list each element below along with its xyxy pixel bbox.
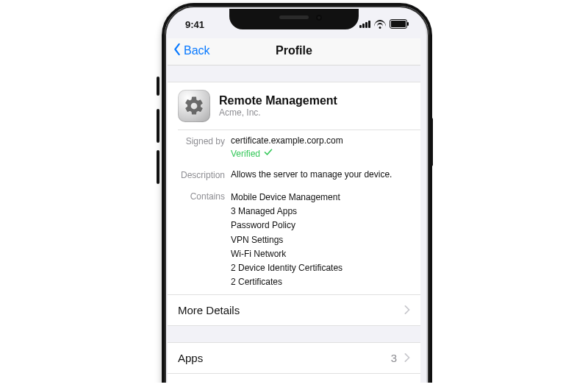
contains-list: Mobile Device Management 3 Managed Apps … bbox=[231, 191, 410, 289]
contains-item: Wi-Fi Network bbox=[231, 247, 410, 261]
signed-by-label: Signed by bbox=[168, 135, 231, 159]
apps-row[interactable]: Apps 3 bbox=[168, 342, 420, 374]
contains-label: Contains bbox=[168, 191, 231, 289]
status-time: 9:41 bbox=[185, 19, 204, 30]
description-row: Description Allows the server to manage … bbox=[168, 164, 420, 185]
verified-label: Verified bbox=[231, 149, 260, 159]
contains-item: Password Policy bbox=[231, 219, 410, 233]
contains-item: Mobile Device Management bbox=[231, 191, 410, 205]
status-bar: 9:41 bbox=[168, 9, 420, 38]
nav-title: Profile bbox=[168, 44, 420, 57]
profile-card: Remote Management Acme, Inc. Signed by c… bbox=[168, 82, 420, 295]
description-label: Description bbox=[168, 169, 231, 180]
profile-title: Remote Management bbox=[219, 94, 337, 107]
signed-by-row: Signed by certificate.example.corp.com V… bbox=[168, 130, 420, 164]
apps-label: Apps bbox=[178, 352, 203, 364]
checkmark-icon bbox=[264, 148, 273, 159]
signed-by-value: certificate.example.corp.com bbox=[231, 135, 410, 146]
verified-badge: Verified bbox=[231, 148, 410, 159]
contains-item: 2 Certificates bbox=[231, 275, 410, 289]
contains-item: 2 Device Identity Certificates bbox=[231, 261, 410, 275]
cellular-icon bbox=[359, 21, 370, 28]
more-details-label: More Details bbox=[178, 304, 240, 316]
chevron-right-icon bbox=[404, 352, 410, 364]
chevron-right-icon bbox=[404, 304, 410, 316]
apps-count: 3 bbox=[391, 352, 397, 364]
wifi-icon bbox=[374, 20, 386, 29]
contains-row: Contains Mobile Device Management 3 Mana… bbox=[168, 185, 420, 294]
settings-gear-icon bbox=[178, 90, 210, 122]
contains-item: VPN Settings bbox=[231, 233, 410, 247]
battery-icon bbox=[390, 19, 407, 29]
more-details-row[interactable]: More Details bbox=[168, 295, 420, 326]
profile-org: Acme, Inc. bbox=[219, 107, 337, 118]
description-value: Allows the server to manage your device. bbox=[231, 169, 410, 180]
contains-item: 3 Managed Apps bbox=[231, 205, 410, 219]
nav-bar: Back Profile bbox=[168, 38, 420, 65]
